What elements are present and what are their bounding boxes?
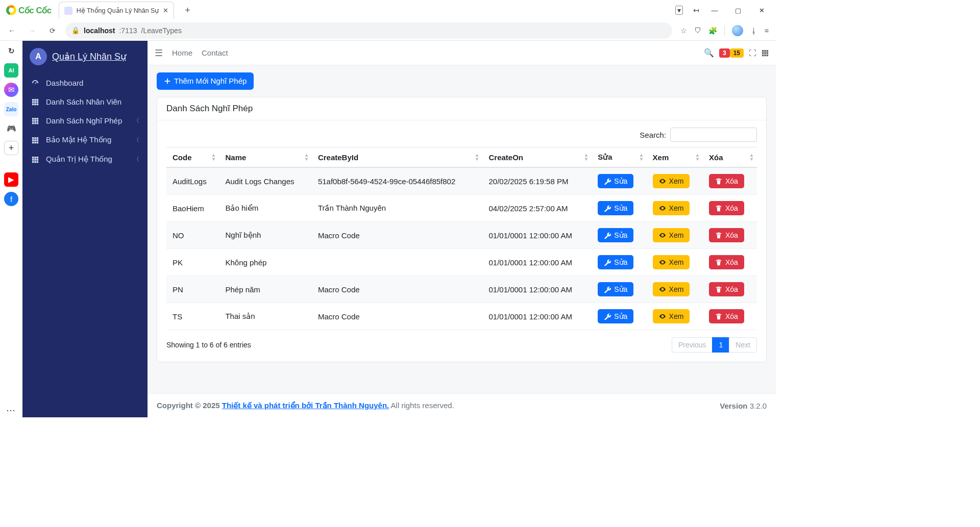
edit-button[interactable]: Sửa	[598, 228, 633, 242]
facebook-icon[interactable]: f	[4, 192, 18, 206]
sidebar-item-label: Bảo Mật Hệ Thống	[46, 135, 111, 144]
cell-code: NO	[166, 222, 219, 249]
bookmark-star-icon[interactable]: ☆	[680, 27, 687, 35]
zalo-icon[interactable]: Zalo	[4, 102, 18, 116]
view-button[interactable]: Xem	[653, 255, 690, 269]
sidebar-more-icon[interactable]: ⋯	[4, 403, 18, 417]
search-input[interactable]	[670, 128, 757, 142]
column-header[interactable]: Sửa▴▾	[592, 147, 646, 168]
delete-button[interactable]: Xóa	[709, 309, 744, 323]
notification-badge-red[interactable]: 3	[719, 48, 730, 58]
sidebar-item[interactable]: Bảo Mật Hệ Thống〈	[22, 130, 148, 149]
sidebar-item[interactable]: Quản Trị Hệ Thống〈	[22, 149, 148, 169]
page-next-button[interactable]: Next	[729, 337, 757, 353]
column-header[interactable]: CreateById▴▾	[312, 147, 483, 168]
sidebar-item-label: Danh Sách Nghĩ Phép	[46, 116, 122, 125]
delete-button[interactable]: Xóa	[709, 174, 744, 188]
table-info: Showing 1 to 6 of 6 entries	[166, 341, 251, 349]
edit-button[interactable]: Sửa	[598, 255, 633, 269]
column-header[interactable]: Xóa▴▾	[703, 147, 757, 168]
downloads-icon[interactable]: ⭳	[750, 27, 757, 35]
column-header[interactable]: CreateOn▴▾	[482, 147, 592, 168]
nav-reload-button[interactable]: ⟳	[45, 23, 60, 38]
footer-version-label: Version	[720, 401, 747, 410]
view-button[interactable]: Xem	[653, 309, 690, 323]
fullscreen-icon[interactable]: ⛶	[749, 48, 756, 57]
window-close[interactable]: ✕	[750, 3, 773, 18]
topbar-link-home[interactable]: Home	[172, 48, 192, 57]
profile-avatar[interactable]	[732, 25, 743, 36]
ai-icon[interactable]: AI	[4, 63, 18, 78]
address-bar[interactable]: 🔒 localhost:7113/LeaveTypes	[65, 22, 672, 39]
url-port: :7113	[119, 27, 137, 35]
toolbar-separator	[724, 26, 725, 36]
page-prev-button[interactable]: Previous	[672, 337, 713, 353]
nav-forward-button[interactable]: →	[24, 23, 40, 38]
browser-titlebar: Cốc Cốc Hệ Thống Quản Lý Nhân Sự ✕ + ▾ ↤…	[0, 0, 776, 20]
new-tab-button[interactable]: +	[180, 3, 194, 17]
tab-search-icon[interactable]: ▾	[675, 6, 683, 15]
delete-button[interactable]: Xóa	[709, 228, 744, 242]
topbar-link-contact[interactable]: Contact	[202, 48, 228, 57]
sidebar-toggle-icon[interactable]: ☰	[155, 47, 163, 59]
browser-toolbar: ← → ⟳ 🔒 localhost:7113/LeaveTypes ☆ ⛉ 🧩 …	[0, 20, 776, 41]
window-maximize[interactable]: ▢	[727, 3, 749, 18]
brand-link[interactable]: Quản Lý Nhân Sự	[52, 51, 126, 62]
column-header[interactable]: Xem▴▾	[647, 147, 703, 168]
incognito-arrow-icon[interactable]: ↤	[693, 6, 699, 14]
trash-icon	[715, 313, 722, 320]
eye-icon	[659, 178, 666, 185]
view-button[interactable]: Xem	[653, 174, 690, 188]
view-button[interactable]: Xem	[653, 282, 690, 296]
sidebar-item-label: Quản Trị Hệ Thống	[46, 155, 112, 164]
column-header[interactable]: Name▴▾	[219, 147, 311, 168]
cell-createbyid: 51af0b8f-5649-4524-99ce-05446f85f802	[312, 167, 483, 195]
add-sidebar-icon[interactable]: +	[4, 141, 18, 155]
column-header-label: CreateById	[318, 153, 358, 162]
cell-createon: 01/01/0001 12:00:00 AM	[482, 222, 592, 249]
column-header-label: Name	[225, 153, 246, 162]
extensions-icon[interactable]: 🧩	[708, 27, 717, 35]
app-sidebar: A Quản Lý Nhân Sự DashboardDanh Sách Nhâ…	[22, 41, 148, 417]
messenger-icon[interactable]: ✉	[4, 83, 18, 97]
delete-button[interactable]: Xóa	[709, 201, 744, 215]
sidebar-item[interactable]: Danh Sách Nghĩ Phép〈	[22, 111, 148, 130]
column-header-label: CreateOn	[488, 153, 523, 162]
window-minimize[interactable]: ―	[703, 3, 726, 18]
apps-grid-icon[interactable]	[762, 48, 769, 57]
edit-button[interactable]: Sửa	[598, 201, 633, 215]
browser-tab[interactable]: Hệ Thống Quản Lý Nhân Sự ✕	[59, 2, 175, 19]
brand[interactable]: A Quản Lý Nhân Sự	[22, 45, 148, 73]
view-button[interactable]: Xem	[653, 228, 690, 242]
shield-icon[interactable]: ⛉	[694, 27, 701, 35]
footer-link[interactable]: Thiết kế và phát triển bởi Trần Thành Ng…	[222, 401, 389, 410]
wrench-icon	[604, 313, 611, 320]
cell-name: Audit Logs Changes	[219, 167, 311, 195]
cell-name: Không phép	[219, 249, 311, 276]
plus-icon	[164, 78, 171, 85]
youtube-icon[interactable]: ▶	[4, 172, 18, 187]
edit-button[interactable]: Sửa	[598, 309, 633, 323]
sidebar-item[interactable]: Dashboard	[22, 73, 148, 92]
page-number-button[interactable]: 1	[712, 337, 729, 353]
sidebar-item[interactable]: Danh Sách Nhân Viên	[22, 92, 148, 111]
view-button[interactable]: Xem	[653, 201, 690, 215]
search-icon[interactable]: 🔍	[704, 48, 714, 58]
nav-back-button[interactable]: ←	[4, 23, 19, 38]
notification-badge-yellow[interactable]: 15	[730, 48, 744, 58]
tab-close-icon[interactable]: ✕	[163, 7, 168, 14]
column-header-label: Xóa	[709, 153, 723, 162]
add-leave-type-button[interactable]: Thêm Mới Nghĩ Phép	[157, 72, 254, 90]
menu-icon[interactable]: ≡	[765, 27, 769, 35]
delete-button[interactable]: Xóa	[709, 282, 744, 296]
delete-button[interactable]: Xóa	[709, 255, 744, 269]
cell-name: Thai sản	[219, 303, 311, 330]
gamepad-icon[interactable]: 🎮	[4, 121, 18, 136]
column-header[interactable]: Code▴▾	[166, 147, 219, 168]
cell-name: Nghĩ bệnh	[219, 222, 311, 249]
history-icon[interactable]: ↻	[4, 44, 18, 58]
cell-code: PK	[166, 249, 219, 276]
edit-button[interactable]: Sửa	[598, 282, 633, 296]
leave-types-table: Code▴▾Name▴▾CreateById▴▾CreateOn▴▾Sửa▴▾X…	[166, 147, 757, 330]
edit-button[interactable]: Sửa	[598, 174, 633, 188]
